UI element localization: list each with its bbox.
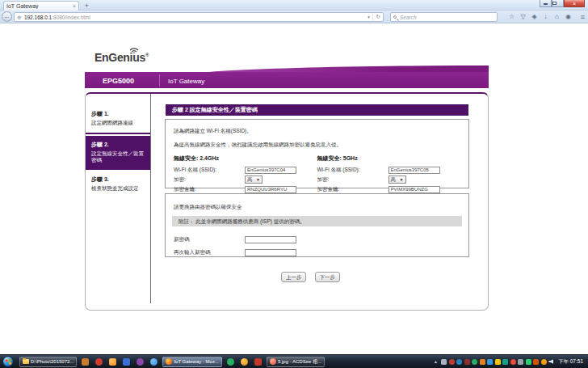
reload-icon[interactable]: ↻	[376, 14, 380, 20]
wizard-sidebar: 步驟 1. 設定網際網路連線 步驟 2. 設定無線安全性／裝置密碼 步驟 3. …	[86, 94, 151, 303]
minimize-button[interactable]	[540, 0, 552, 7]
tray-icon[interactable]	[533, 359, 539, 365]
maximize-icon	[552, 2, 556, 5]
taskbar-button-explorer[interactable]: D:\Photo\2015072...	[19, 357, 77, 367]
pinned-app-icon[interactable]	[254, 358, 262, 366]
close-button[interactable]: ×	[564, 0, 585, 7]
step-2-title: 步驟 2.	[91, 142, 146, 148]
pinned-app-icon[interactable]	[241, 358, 248, 366]
password-note: 附註： 此並非網際網路服務供應商 (ISP) 提供的密碼。	[172, 216, 462, 226]
pinned-app-icon[interactable]	[227, 358, 234, 366]
search-bar[interactable]	[390, 12, 498, 22]
navbar-icons: ☆ ▽ ◈ ↓ ⌂ ◉	[508, 12, 572, 22]
wifi-icon	[129, 46, 139, 53]
sidebar-step-1[interactable]: 步驟 1. 設定網際網路連線	[86, 107, 150, 131]
maximize-button[interactable]	[552, 0, 564, 7]
step-3-title: 步驟 3.	[91, 176, 146, 183]
wireless-security-panel: 請為網路建立 Wi-Fi 名稱(SSID)。 為提高無線網路安全性，強烈建議您啟…	[165, 119, 469, 188]
menu-icon[interactable]: ≡	[581, 12, 585, 22]
pinned-app-icon[interactable]	[150, 358, 158, 366]
tray-icon[interactable]	[480, 359, 485, 365]
tray-icon[interactable]	[456, 359, 462, 365]
ssid-input-5ghz[interactable]	[388, 167, 440, 174]
tray-icon[interactable]	[502, 359, 508, 365]
browser-tab[interactable]: IoT Gateway ×	[3, 1, 79, 11]
downloads-icon[interactable]: ↓	[542, 12, 549, 22]
search-input[interactable]	[400, 15, 494, 20]
tray-icon[interactable]	[495, 359, 501, 365]
tray-icon[interactable]	[541, 359, 547, 365]
desktop: { "colors": { "brand_purple": "#7c1a80",…	[0, 0, 588, 368]
tray-icon[interactable]	[464, 359, 470, 365]
encryption-row-24: 加密: 高 ▼	[174, 175, 317, 184]
encryption-row-5: 加密: 高 ▼	[317, 175, 461, 184]
pinned-app-icon[interactable]	[109, 358, 116, 366]
band-5ghz-column: 無線安全: 5GHz Wi-Fi 名稱 (SSID): 加密: 高 ▼	[317, 154, 461, 194]
tray-icon[interactable]	[449, 359, 455, 365]
previous-step-button[interactable]: 上一步	[281, 272, 306, 282]
volume-icon[interactable]	[548, 359, 553, 364]
pinned-app-icon[interactable]	[95, 358, 103, 366]
tray-icon[interactable]	[518, 359, 523, 365]
page-viewport: EnGenius® EPG5000 IoT Gateway 步驟 1. 設定網際…	[0, 23, 588, 354]
back-button[interactable]: ←	[2, 11, 12, 22]
shield-icon[interactable]: ◈	[531, 12, 538, 22]
sidebar-step-3[interactable]: 步驟 3. 檢查狀態並完成設定	[86, 172, 150, 197]
bookmark-star-icon[interactable]: ☆	[508, 12, 515, 22]
encryption-value-24: 高	[247, 176, 253, 184]
firefox-task-label: IoT Gateway - Moz...	[174, 359, 219, 364]
new-password-label: 新密碼	[174, 236, 245, 243]
browser-titlebar: IoT Gateway × + ×	[0, 0, 588, 11]
ssid-input-24ghz[interactable]	[245, 167, 296, 174]
search-icon	[393, 15, 397, 19]
new-password-field[interactable]	[245, 236, 296, 243]
new-password-row: 新密碼	[174, 233, 460, 246]
encryption-select-5ghz[interactable]: 高 ▼	[388, 176, 406, 184]
url-bar[interactable]: ⊕ 192.168.0.1 :8080/index.html ▾ ↻	[14, 12, 384, 22]
pinned-app-icon[interactable]	[123, 358, 130, 366]
model-name: EPG5000	[103, 77, 134, 85]
band-columns: 無線安全: 2.4GHz Wi-Fi 名稱 (SSID): 加密: 高 ▼	[174, 154, 460, 194]
sidebar-step-2-active[interactable]: 步驟 2. 設定無線安全性／裝置密碼	[86, 136, 150, 170]
confirm-password-label: 再次輸入新密碼	[174, 249, 245, 256]
home-icon[interactable]: ⌂	[553, 12, 561, 22]
tab-close-icon[interactable]: ×	[71, 3, 76, 9]
encryption-label-24: 加密:	[174, 176, 245, 184]
taskbar-button-firefox[interactable]: IoT Gateway - Moz...	[162, 357, 222, 367]
start-button[interactable]	[2, 356, 14, 367]
url-dropdown-icon[interactable]: ▾	[368, 15, 370, 19]
pinned-app-icon[interactable]	[82, 358, 89, 366]
tray-icon[interactable]	[441, 359, 447, 365]
tab-title: IoT Gateway	[6, 3, 71, 9]
pinned-app-icon[interactable]	[136, 358, 144, 366]
band-24ghz-column: 無線安全: 2.4GHz Wi-Fi 名稱 (SSID): 加密: 高 ▼	[174, 154, 317, 194]
forget-icon[interactable]: ◉	[565, 12, 572, 22]
key-input-5ghz[interactable]	[388, 186, 440, 193]
taskbar-clock[interactable]: 下午 07:51	[556, 358, 586, 366]
browser-navbar: ← ⊕ 192.168.0.1 :8080/index.html ▾ ↻ ☆ ▽…	[0, 11, 588, 23]
firefox-icon	[166, 358, 172, 365]
tray-icon[interactable]	[510, 359, 516, 365]
wizard-step-heading: 步驟 2 設定無線安全性／裝置密碼	[166, 104, 468, 116]
password-intro: 請更換路由器密碼以確保安全	[174, 203, 460, 210]
encryption-select-24ghz[interactable]: 高 ▼	[245, 176, 262, 184]
tray-icon[interactable]	[526, 359, 531, 365]
url-separator	[372, 14, 373, 20]
setup-wizard: 步驟 1. 設定網際網路連線 步驟 2. 設定無線安全性／裝置密碼 步驟 3. …	[85, 92, 489, 311]
taskbar-button-acdsee[interactable]: 5.jpg - ACDSee 相...	[267, 357, 325, 367]
confirm-password-field[interactable]	[245, 249, 296, 256]
product-name: IoT Gateway	[168, 78, 204, 85]
tray-icon[interactable]	[472, 359, 477, 365]
pocket-icon[interactable]: ▽	[519, 12, 527, 22]
chevron-down-icon: ▼	[400, 177, 404, 182]
ssid-intro-line-1: 請為網路建立 Wi-Fi 名稱(SSID)。	[174, 127, 460, 134]
url-host: 192.168.0.1	[24, 15, 52, 20]
windows-logo-icon	[6, 359, 12, 366]
tray-icon[interactable]	[487, 359, 493, 365]
new-tab-button[interactable]: +	[82, 2, 92, 10]
next-step-button[interactable]: 下一步	[315, 272, 340, 282]
key-input-24ghz[interactable]	[245, 186, 296, 193]
tray-expand-icon[interactable]: ▲	[434, 359, 438, 364]
chevron-down-icon: ▼	[256, 177, 260, 182]
key-label-24: 加密金鑰:	[174, 186, 245, 193]
